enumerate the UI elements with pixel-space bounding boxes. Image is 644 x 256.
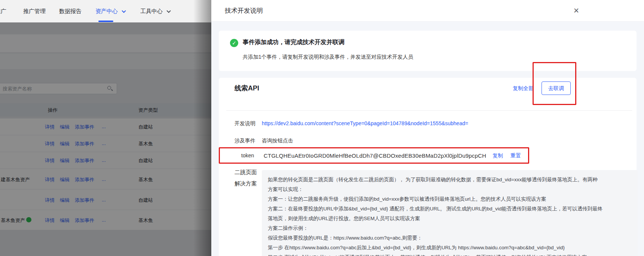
solution-line: 方案二操作示例： bbox=[268, 223, 632, 233]
dev-doc-link[interactable]: https://dev2.baidu.com/content?sceneType… bbox=[262, 120, 468, 126]
solution-label-line1: 二跳页面 bbox=[234, 169, 257, 176]
events-value: 咨询按钮点击 bbox=[262, 138, 293, 144]
close-icon[interactable]: ✕ bbox=[571, 6, 582, 16]
dev-doc-label: 开发说明 bbox=[234, 120, 255, 127]
copy-all-link[interactable]: 复制全部 bbox=[513, 85, 534, 92]
tech-dev-drawer: 技术开发说明 ✕ ✓ 事件添加成功，请完成技术开发并联调 共添加1个事件，请复制… bbox=[211, 0, 644, 256]
navbar-overlay-mask bbox=[0, 0, 211, 22]
success-card: ✓ 事件添加成功，请完成技术开发并联调 共添加1个事件，请复制开发说明和涉及事件… bbox=[219, 31, 637, 71]
events-label: 涉及事件 bbox=[234, 138, 255, 144]
drawer-overlay-mask[interactable] bbox=[0, 22, 211, 256]
solution-line: 假设您最终要投放的URL是：https://www.baidu.com?q=ab… bbox=[268, 233, 632, 243]
api-section-title: 线索API bbox=[234, 84, 259, 93]
go-debug-button[interactable]: 去联调 bbox=[542, 81, 571, 95]
app-root: 推广 推广管理 数据报告 资产中心 工具中心 操作 资产类型 详情 编辑 添加事… bbox=[0, 0, 644, 256]
solution-label-line2: 解决方案 bbox=[234, 180, 257, 187]
solution-line: 如果您的转化页面是二跳页面（转化发生在二跳后的页面）， 为了获取到最准确的转化数… bbox=[268, 175, 632, 185]
token-label: token bbox=[241, 152, 254, 158]
solution-line: 落地页，则使用生成的URL进行投放。您的SEM人员可以实现该方案 bbox=[268, 214, 632, 223]
divider bbox=[226, 110, 632, 111]
success-subtitle: 共添加1个事件，请复制开发说明和涉及事件，并发送至对应技术开发人员 bbox=[243, 54, 413, 61]
token-copy-link[interactable]: 复制 bbox=[493, 152, 503, 159]
solution-line: 方案二：在最终要投放的URL中添加&bd_vid={bd_vid} 通配符，生成… bbox=[268, 204, 632, 214]
token-reset-link[interactable]: 重置 bbox=[510, 152, 521, 159]
lead-api-card: 线索API 复制全部 去联调 开发说明 https://dev2.baidu.c… bbox=[219, 78, 637, 256]
solution-line: 方案一：让您的二跳服务商升级，使我们添加的bd_vid=xxx参数可以被透传到最… bbox=[268, 194, 632, 204]
drawer-shadow bbox=[193, 0, 211, 256]
solution-line: 方案可以实现： bbox=[268, 185, 632, 194]
success-title: 事件添加成功，请完成技术开发并联调 bbox=[243, 38, 344, 46]
background-page: 推广 推广管理 数据报告 资产中心 工具中心 操作 资产类型 详情 编辑 添加事… bbox=[0, 0, 211, 256]
drawer-title: 技术开发说明 bbox=[225, 6, 263, 15]
solution-line: 第二步 测试生成的URL的bd_vid能否透传到最终落地页上。若可以透传，则投放… bbox=[268, 253, 632, 256]
drawer-header: 技术开发说明 ✕ bbox=[211, 0, 644, 22]
solution-line: 第一步 在https://www.baidu.com?q=abc后加上&bd_v… bbox=[268, 243, 632, 253]
success-check-icon: ✓ bbox=[230, 39, 238, 47]
token-value: CTGLQHEuAEtr0IoGRD0MleHfBeOLdDh7@CBDOxed… bbox=[264, 152, 486, 159]
solution-description-box: 如果您的转化页面是二跳页面（转化发生在二跳后的页面）， 为了获取到最准确的转化数… bbox=[262, 170, 638, 256]
